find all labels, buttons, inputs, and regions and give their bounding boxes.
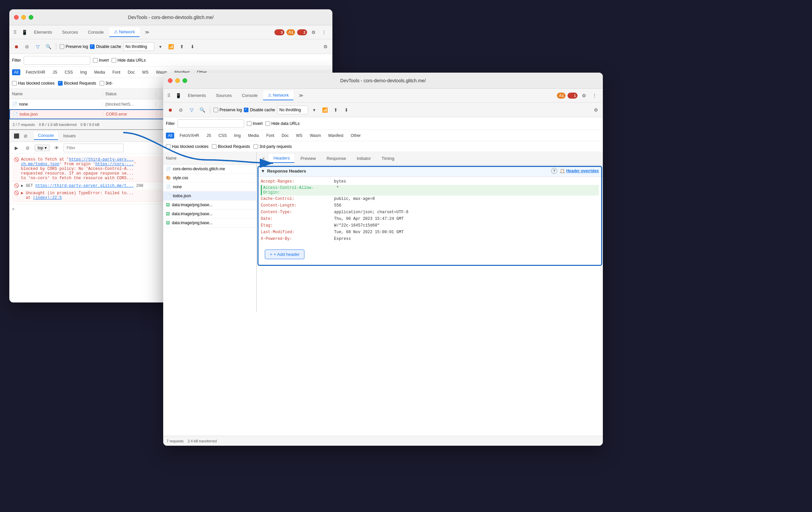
fg-section-toggle[interactable]: ▼ bbox=[261, 169, 265, 174]
fg-search-icon[interactable]: 🔍 bbox=[198, 106, 206, 114]
fg-filter-js[interactable]: JS bbox=[204, 133, 213, 139]
fg-filter-media[interactable]: Media bbox=[246, 133, 261, 139]
fg-tab-timing[interactable]: Timing bbox=[377, 154, 399, 163]
bg-console-toolbar-icon1[interactable]: ▶ bbox=[12, 144, 21, 152]
fg-add-header-btn[interactable]: + + Add header bbox=[265, 250, 304, 259]
bg-tab-more[interactable]: ≫ bbox=[140, 28, 154, 37]
fg-close-panel-btn[interactable]: × bbox=[259, 154, 267, 163]
bg-devtools-icon[interactable]: ⠿ bbox=[11, 28, 19, 37]
fg-request-row-2[interactable]: 📄 none bbox=[163, 182, 256, 192]
bg-preserve-log[interactable]: Preserve log bbox=[60, 44, 88, 49]
bg-settings-icon[interactable]: ⚙ bbox=[309, 28, 318, 37]
bg-hide-data-urls-checkbox[interactable] bbox=[112, 58, 116, 63]
fg-tab-headers[interactable]: Headers bbox=[269, 154, 294, 163]
bg-throttle-dropdown[interactable]: No throttling bbox=[123, 42, 154, 51]
fg-filter-input[interactable] bbox=[177, 119, 244, 128]
fg-more-icon[interactable]: ⋮ bbox=[590, 91, 599, 100]
bg-console-context[interactable]: top bbox=[38, 146, 43, 150]
fg-filter-font[interactable]: Font bbox=[264, 133, 276, 139]
bg-filter-img[interactable]: Img bbox=[78, 69, 89, 75]
bg-device-icon[interactable]: 📱 bbox=[20, 28, 29, 37]
maximize-button[interactable] bbox=[29, 15, 33, 20]
fg-blocked-requests-checkbox[interactable] bbox=[212, 144, 216, 149]
bg-filter-media[interactable]: Media bbox=[92, 69, 107, 75]
bg-tab-network[interactable]: ⚠ Network bbox=[109, 27, 140, 37]
fg-request-row-0[interactable]: 📄 cors-demo-devtools.glitch.me bbox=[163, 165, 256, 174]
bg-blocked-cookies-checkbox[interactable] bbox=[12, 81, 17, 86]
fg-filter-ws[interactable]: WS bbox=[294, 133, 304, 139]
bg-tab-console[interactable]: Console bbox=[83, 28, 109, 37]
bg-disable-cache[interactable]: Disable cache bbox=[90, 44, 121, 49]
bg-filter-js[interactable]: JS bbox=[51, 69, 59, 75]
bg-download-icon[interactable]: ⬇ bbox=[188, 42, 197, 51]
fg-preserve-log[interactable]: Preserve log bbox=[213, 108, 242, 112]
fg-invert-checkbox[interactable] bbox=[247, 121, 252, 126]
bg-tab-elements[interactable]: Elements bbox=[29, 28, 57, 37]
bg-console-clear-icon[interactable]: ⊘ bbox=[21, 132, 30, 140]
bg-console-tab-console[interactable]: Console bbox=[34, 132, 58, 140]
bg-preserve-log-checkbox[interactable] bbox=[60, 44, 64, 49]
bg-disable-cache-checkbox[interactable] bbox=[90, 44, 95, 49]
fg-tab-network[interactable]: ⚠ Network bbox=[263, 91, 293, 100]
fg-filter-wasm[interactable]: Wasm bbox=[308, 133, 323, 139]
fg-stop-icon[interactable]: ⏺ bbox=[166, 106, 175, 114]
fg-filter-img[interactable]: Img bbox=[232, 133, 243, 139]
fg-wifi-icon[interactable]: 📶 bbox=[321, 106, 329, 114]
bg-wifi-icon[interactable]: 📶 bbox=[167, 42, 176, 51]
bg-error-link-2[interactable]: https://cors-... bbox=[95, 162, 134, 167]
fg-header-overrides-link[interactable]: 📋 Header overrides bbox=[560, 169, 599, 173]
fg-disable-cache-checkbox[interactable] bbox=[244, 108, 249, 112]
bg-settings2-icon[interactable]: ⚙ bbox=[321, 42, 330, 51]
fg-download-icon[interactable]: ⬇ bbox=[342, 106, 351, 114]
fg-tab-sources[interactable]: Sources bbox=[211, 91, 236, 100]
fg-minimize-button[interactable] bbox=[175, 78, 180, 83]
fg-upload-icon[interactable]: ⬆ bbox=[331, 106, 340, 114]
fg-filter-fetchxhr[interactable]: Fetch/XHR bbox=[177, 133, 201, 139]
bg-success-link[interactable]: https://third-party-server.glitch.me/t..… bbox=[35, 183, 134, 188]
fg-filter-doc[interactable]: Doc bbox=[280, 133, 290, 139]
bg-search-icon[interactable]: 🔍 bbox=[44, 42, 53, 51]
fg-tab-preview[interactable]: Preview bbox=[296, 154, 320, 163]
fg-request-row-6[interactable]: 🖼 data:image/png;base... bbox=[163, 219, 256, 228]
bg-filter-icon[interactable]: ▽ bbox=[33, 42, 42, 51]
fg-help-icon[interactable]: ? bbox=[551, 168, 557, 174]
fg-settings2-icon[interactable]: ⚙ bbox=[591, 106, 600, 114]
fg-filter-all[interactable]: All bbox=[166, 133, 174, 139]
bg-filter-ws[interactable]: WS bbox=[140, 69, 150, 75]
fg-close-button[interactable] bbox=[168, 78, 173, 83]
fg-blocked-cookies-checkbox[interactable] bbox=[166, 144, 171, 149]
fg-request-row-4[interactable]: 🖼 data:image/png;base... bbox=[163, 201, 256, 209]
close-button[interactable] bbox=[14, 15, 19, 20]
fg-clear-icon[interactable]: ⊘ bbox=[176, 106, 185, 114]
bg-error-link-3[interactable]: (index):22:5 bbox=[33, 196, 62, 200]
bg-filter-font[interactable]: Font bbox=[110, 69, 122, 75]
bg-console-expand-icon[interactable]: ⬛ bbox=[12, 132, 21, 140]
fg-tab-elements[interactable]: Elements bbox=[183, 91, 210, 100]
fg-hide-data-urls-checkbox[interactable] bbox=[265, 121, 270, 126]
bg-filter-fetchxhr[interactable]: Fetch/XHR bbox=[24, 69, 47, 75]
fg-tab-console[interactable]: Console bbox=[237, 91, 262, 100]
bg-filter-input[interactable] bbox=[24, 56, 90, 65]
bg-tab-sources[interactable]: Sources bbox=[57, 28, 83, 37]
fg-request-row-5[interactable]: 🖼 data:image/png;base... bbox=[163, 209, 256, 219]
bg-upload-icon[interactable]: ⬆ bbox=[177, 42, 186, 51]
fg-filter-icon[interactable]: ▽ bbox=[187, 106, 196, 114]
bg-clear-icon[interactable]: ⊘ bbox=[23, 42, 31, 51]
bg-context-dropdown-icon[interactable]: ▾ bbox=[45, 146, 47, 150]
bg-console-eye-icon[interactable]: 👁 bbox=[52, 144, 61, 152]
bg-blocked-requests-checkbox[interactable] bbox=[58, 81, 63, 86]
fg-request-row-3[interactable]: 📄 todos.json bbox=[163, 192, 256, 201]
bg-console-clear2-icon[interactable]: ⊘ bbox=[23, 144, 32, 152]
bg-filter-css[interactable]: CSS bbox=[63, 69, 75, 75]
fg-settings-icon[interactable]: ⚙ bbox=[580, 91, 588, 100]
fg-filter-other[interactable]: Other bbox=[349, 133, 363, 139]
bg-console-tab-issues[interactable]: Issues bbox=[59, 132, 80, 140]
bg-more-icon[interactable]: ⋮ bbox=[320, 28, 328, 37]
bg-filter-doc[interactable]: Doc bbox=[125, 69, 137, 75]
bg-filter-all[interactable]: All bbox=[12, 69, 20, 75]
bg-stop-icon[interactable]: ⏺ bbox=[12, 42, 21, 51]
minimize-button[interactable] bbox=[21, 15, 26, 20]
fg-tab-initiator[interactable]: Initiator bbox=[352, 154, 376, 163]
fg-preserve-log-checkbox[interactable] bbox=[213, 108, 218, 112]
fg-third-party-checkbox[interactable] bbox=[254, 144, 258, 149]
